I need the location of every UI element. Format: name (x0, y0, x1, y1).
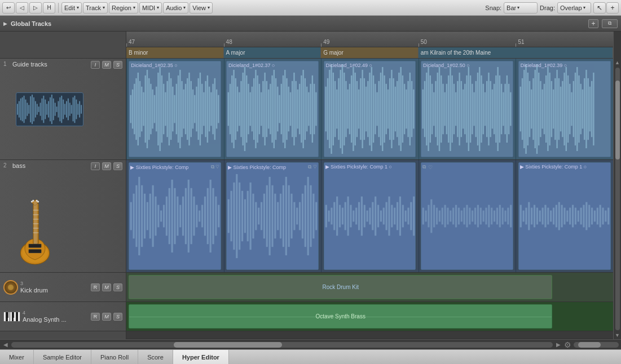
global-tracks-list-btn[interactable]: ⧉ (602, 19, 618, 28)
audio-region-1-2[interactable]: Dicieland_1#02.37 ○ (226, 61, 319, 157)
svg-rect-333 (213, 188, 214, 244)
svg-rect-237 (470, 76, 471, 143)
forward-icon: ▷ (33, 5, 38, 11)
audio-region-1-3[interactable]: Dicieland_1#02.49 ○ (324, 61, 416, 157)
track-m-btn-4[interactable]: M (102, 313, 111, 321)
svg-rect-375 (336, 197, 338, 236)
zoom-thumb[interactable] (578, 342, 601, 348)
scroll-down-btn[interactable]: ▼ (614, 331, 621, 339)
svg-rect-417 (455, 205, 457, 228)
global-tracks-toggle[interactable]: ▶ (3, 21, 7, 26)
svg-rect-325 (191, 188, 192, 244)
snap-select[interactable]: Bar ▾ (504, 2, 538, 14)
bass-waveform-2 (227, 163, 318, 269)
svg-rect-67 (141, 87, 142, 132)
audio-region-1-1[interactable]: Dicieland_1#02.35 ○ // inline waveform b… (129, 61, 221, 157)
svg-rect-436 (507, 208, 509, 225)
v-scroll-thumb[interactable] (615, 81, 620, 159)
svg-rect-254 (501, 84, 502, 134)
bass-region-1[interactable]: ▶ Sixties Pickstyle: Comp ⧉ ♡ (129, 162, 221, 270)
zoom-track[interactable] (574, 342, 619, 348)
midi-menu[interactable]: MIDI ▾ (139, 2, 162, 14)
svg-rect-428 (485, 208, 487, 225)
svg-rect-184 (367, 81, 368, 137)
audio-region-1-5[interactable]: Dicieland_1#02.39 ○ (518, 61, 611, 157)
global-tracks-add-btn[interactable]: + (588, 19, 598, 28)
svg-rect-131 (264, 73, 265, 145)
bass-region-5[interactable]: ▶ Sixties Pickstyle: Comp 1 ○ (518, 162, 611, 270)
track-m-btn-3[interactable]: M (102, 283, 111, 291)
bass-region-4[interactable]: ⧉ ♡ (421, 162, 513, 270)
track-m-btn-2[interactable]: M (102, 162, 111, 170)
audio-menu[interactable]: Audio ▾ (163, 2, 188, 14)
track-s-btn-1[interactable]: S (113, 61, 122, 69)
track-i-btn-1[interactable]: I (91, 61, 100, 69)
svg-rect-126 (255, 70, 256, 148)
svg-rect-358 (285, 177, 287, 255)
bass-region-3[interactable]: ▶ Sixties Pickstyle: Comp 1 ○ (324, 162, 416, 270)
drag-select[interactable]: Overlap ▾ (557, 2, 591, 14)
region-label: Dicieland_1#02.50 ○ (423, 63, 470, 68)
tab-mixer[interactable]: Mixer (0, 350, 34, 364)
waveform-svg-3 (324, 61, 416, 157)
scroll-left-btn[interactable]: ◀ (2, 341, 9, 348)
track-menu[interactable]: Track ▾ (83, 2, 108, 14)
svg-rect-369 (315, 202, 317, 230)
scroll-settings-icon[interactable]: ⚙ (564, 340, 571, 349)
timeline-content[interactable]: Dicieland_1#02.35 ○ // inline waveform b… (126, 59, 613, 339)
tab-hyper-editor[interactable]: Hyper Editor (173, 350, 229, 364)
svg-rect-261 (519, 87, 521, 132)
svg-rect-141 (283, 76, 284, 143)
h-btn[interactable]: H (43, 2, 55, 14)
tab-piano-roll[interactable]: Piano Roll (91, 350, 138, 364)
drum-region-1[interactable]: Rock Drum Kit (129, 275, 552, 299)
track-name-1: Guide tracks (12, 61, 89, 68)
svg-rect-295 (582, 90, 583, 129)
bass-region-label-1: ▶ Sixties Pickstyle: Comp (130, 165, 188, 170)
track-r-btn-4[interactable]: R (91, 313, 100, 321)
h-scroll-thumb[interactable] (174, 342, 282, 348)
chord-a-major: A major (224, 47, 321, 58)
track-r-btn-3[interactable]: R (91, 283, 100, 291)
track-i-btn-2[interactable]: I (91, 162, 100, 170)
forward-btn[interactable]: ▷ (29, 2, 42, 14)
track-m-btn-1[interactable]: M (102, 61, 111, 69)
scroll-up-btn[interactable]: ▲ (614, 59, 621, 66)
svg-rect-96 (194, 95, 195, 123)
track-s-btn-3[interactable]: S (113, 283, 122, 291)
plus-tool-btn[interactable]: + (606, 2, 619, 14)
svg-rect-7 (27, 103, 28, 116)
svg-rect-85 (174, 95, 175, 123)
svg-rect-178 (356, 81, 357, 137)
v-scroll-track[interactable] (615, 68, 620, 330)
svg-rect-92 (187, 78, 188, 140)
snap-drag-group: Snap: Bar ▾ Drag: Overlap ▾ ↖ + (485, 2, 619, 14)
tab-sample-editor[interactable]: Sample Editor (34, 350, 91, 364)
view-menu[interactable]: View ▾ (190, 2, 213, 14)
svg-rect-202 (400, 67, 401, 151)
undo-btn[interactable]: ↩ (2, 2, 15, 14)
track-s-btn-2[interactable]: S (113, 162, 122, 170)
svg-rect-123 (249, 92, 250, 126)
track-s-btn-4[interactable]: S (113, 313, 122, 321)
svg-rect-162 (327, 78, 328, 140)
region-menu[interactable]: Region ▾ (109, 2, 138, 14)
waveform-svg-1: // inline waveform bars - using rect ele… (129, 61, 221, 157)
svg-rect-335 (218, 205, 219, 228)
right-scrollbar[interactable]: ▲ ▼ (613, 59, 621, 339)
svg-rect-232 (461, 81, 462, 137)
h-scroll-track[interactable] (11, 342, 553, 348)
audio-region-1-4[interactable]: Dicieland_1#02.50 ○ (421, 61, 513, 157)
arrow-tool-btn[interactable]: ↖ (593, 2, 606, 14)
back-btn[interactable]: ◁ (16, 2, 28, 14)
bass-region-2[interactable]: ▶ Sixties Pickstyle: Comp ⧉ ♡ (226, 162, 319, 270)
scroll-right-btn[interactable]: ▶ (555, 341, 562, 348)
tab-score[interactable]: Score (138, 350, 173, 364)
svg-rect-352 (268, 177, 270, 255)
svg-rect-427 (483, 211, 485, 222)
synth-region-1[interactable]: Octave Synth Brass (129, 304, 552, 329)
edit-menu[interactable]: Edit ▾ (61, 2, 82, 14)
midi-arrow: ▾ (157, 5, 159, 10)
list-icon: ⧉ (608, 20, 611, 26)
svg-rect-315 (163, 205, 165, 228)
